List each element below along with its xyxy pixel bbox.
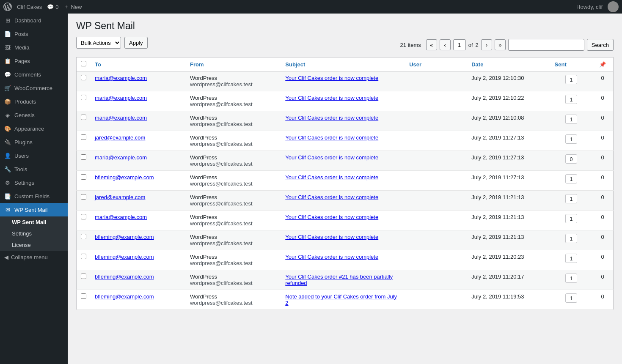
col-sent-link[interactable]: Sent [555, 61, 567, 68]
sidebar-item-woocommerce[interactable]: 🛒 WooCommerce [0, 81, 68, 95]
row-checkbox[interactable] [81, 194, 86, 200]
subject-link[interactable]: Your Clif Cakes order is now complete [285, 214, 378, 220]
row-checkbox[interactable] [81, 174, 86, 180]
subject-link[interactable]: Your Clif Cakes order is now complete [285, 95, 378, 101]
subject-link[interactable]: Your Clif Cakes order is now complete [285, 115, 378, 121]
row-date: July 2, 2019 12:10:08 [467, 111, 550, 131]
row-checkbox[interactable] [81, 254, 86, 259]
to-link[interactable]: jared@example.com [95, 194, 145, 200]
prev-page-button[interactable]: ‹ [440, 39, 451, 50]
col-to-link[interactable]: To [95, 61, 101, 68]
select-all-checkbox[interactable] [81, 61, 86, 66]
row-checkbox[interactable] [81, 214, 86, 219]
to-link[interactable]: jared@example.com [95, 134, 145, 141]
sidebar-item-settings[interactable]: ⚙ Settings [0, 176, 68, 189]
sidebar-item-plugins[interactable]: 🔌 Plugins [0, 135, 68, 149]
sidebar-item-pages[interactable]: 📋 Pages [0, 54, 68, 68]
sent-badge: 1 [565, 254, 577, 263]
sidebar-item-label: Appearance [14, 126, 44, 132]
row-date: July 2, 2019 11:27:13 [467, 131, 550, 151]
row-sent: 1 [550, 290, 592, 310]
row-checkbox[interactable] [81, 154, 86, 160]
row-from: WordPress wordpress@clifcakes.test [186, 71, 281, 91]
site-name[interactable]: Clif Cakes [17, 4, 42, 10]
to-link[interactable]: maria@example.com [95, 214, 147, 220]
row-subject: Your Clif Cakes order is now complete [281, 191, 405, 211]
row-checkbox[interactable] [81, 75, 86, 80]
submenu-item-license[interactable]: License [0, 239, 68, 251]
row-to: maria@example.com [91, 211, 186, 230]
row-subject: Your Clif Cakes order is now complete [281, 230, 405, 250]
row-pin-count: 0 [592, 131, 613, 151]
sidebar-item-users[interactable]: 👤 Users [0, 149, 68, 162]
apply-button[interactable]: Apply [124, 37, 148, 49]
sidebar-item-posts[interactable]: 📄 Posts [0, 27, 68, 41]
col-from-link[interactable]: From [190, 61, 204, 68]
row-checkbox[interactable] [81, 234, 86, 239]
row-from: WordPress wordpress@clifcakes.test [186, 250, 281, 270]
sidebar-item-media[interactable]: 🖼 Media [0, 41, 68, 54]
sidebar-item-appearance[interactable]: 🎨 Appearance [0, 122, 68, 135]
to-link[interactable]: bfleming@example.com [95, 174, 154, 181]
sidebar-item-products[interactable]: 📦 Products [0, 95, 68, 108]
row-checkbox[interactable] [81, 115, 86, 120]
to-link[interactable]: maria@example.com [95, 115, 147, 121]
next-page-button[interactable]: › [481, 39, 492, 50]
wp-logo[interactable] [3, 3, 12, 11]
to-link[interactable]: bfleming@example.com [95, 274, 154, 280]
to-link[interactable]: bfleming@example.com [95, 234, 154, 240]
sidebar-item-tools[interactable]: 🔧 Tools [0, 162, 68, 176]
col-date-link[interactable]: Date [471, 61, 483, 68]
new-content[interactable]: ＋ New [63, 3, 82, 11]
subject-link[interactable]: Your Clif Cakes order is now complete [285, 234, 378, 240]
col-header-to[interactable]: To [91, 57, 186, 71]
row-checkbox[interactable] [81, 95, 86, 100]
to-link[interactable]: maria@example.com [95, 154, 147, 161]
col-header-sent[interactable]: Sent [550, 57, 592, 71]
last-page-button[interactable]: » [495, 39, 506, 50]
subject-link[interactable]: Your Clif Cakes order is now complete [285, 154, 378, 161]
current-page-input[interactable] [453, 39, 466, 50]
collapse-menu-button[interactable]: ◀ Collapse menu [0, 251, 68, 264]
row-user [405, 211, 467, 230]
subject-link[interactable]: Your Clif Cakes order is now complete [285, 194, 378, 200]
submenu-item-settings[interactable]: Settings [0, 228, 68, 239]
sidebar-item-wp-sent-mail[interactable]: ✉ WP Sent Mail [0, 203, 68, 216]
col-header-subject[interactable]: Subject [281, 57, 405, 71]
to-link[interactable]: maria@example.com [95, 95, 147, 101]
to-link[interactable]: maria@example.com [95, 75, 147, 81]
row-from: WordPress wordpress@clifcakes.test [186, 211, 281, 230]
row-checkbox[interactable] [81, 274, 86, 279]
row-checkbox-cell [77, 171, 91, 191]
col-subject-link[interactable]: Subject [285, 61, 305, 68]
row-checkbox[interactable] [81, 293, 86, 299]
row-checkbox[interactable] [81, 134, 86, 140]
bulk-actions-select[interactable]: Bulk Actions [76, 37, 121, 49]
from-name: WordPress [190, 75, 277, 81]
row-checkbox-cell [77, 191, 91, 211]
subject-link[interactable]: Your Clif Cakes order is now complete [285, 75, 378, 81]
to-link[interactable]: bfleming@example.com [95, 254, 154, 260]
sidebar-item-comments[interactable]: 💬 Comments [0, 68, 68, 81]
col-header-date[interactable]: Date [467, 57, 550, 71]
search-button[interactable]: Search [587, 39, 614, 51]
subject-link[interactable]: Your Clif Cakes order is now complete [285, 174, 378, 181]
user-avatar[interactable] [608, 1, 619, 12]
row-sent: 1 [550, 250, 592, 270]
sidebar-item-dashboard[interactable]: ⊞ Dashboard [0, 14, 68, 27]
col-header-user[interactable]: User [405, 57, 467, 71]
first-page-button[interactable]: « [426, 39, 437, 50]
subject-link[interactable]: Your Clif Cakes order #21 has been parti… [285, 274, 393, 286]
sidebar-item-custom-fields[interactable]: 📑 Custom Fields [0, 189, 68, 203]
submenu-item-wp-sent-mail[interactable]: WP Sent Mail [0, 216, 68, 228]
col-header-from[interactable]: From [186, 57, 281, 71]
to-link[interactable]: bfleming@example.com [95, 293, 154, 300]
subject-link[interactable]: Your Clif Cakes order is now complete [285, 254, 378, 260]
col-user-link[interactable]: User [409, 61, 421, 68]
sidebar-item-genesis[interactable]: ◈ Genesis [0, 108, 68, 122]
subject-link[interactable]: Your Clif Cakes order is now complete [285, 134, 378, 141]
comments-link[interactable]: 💬 0 [47, 4, 58, 10]
search-input[interactable] [508, 39, 584, 51]
sent-badge: 1 [565, 194, 577, 203]
subject-link[interactable]: Note added to your Clif Cakes order from… [285, 293, 397, 306]
